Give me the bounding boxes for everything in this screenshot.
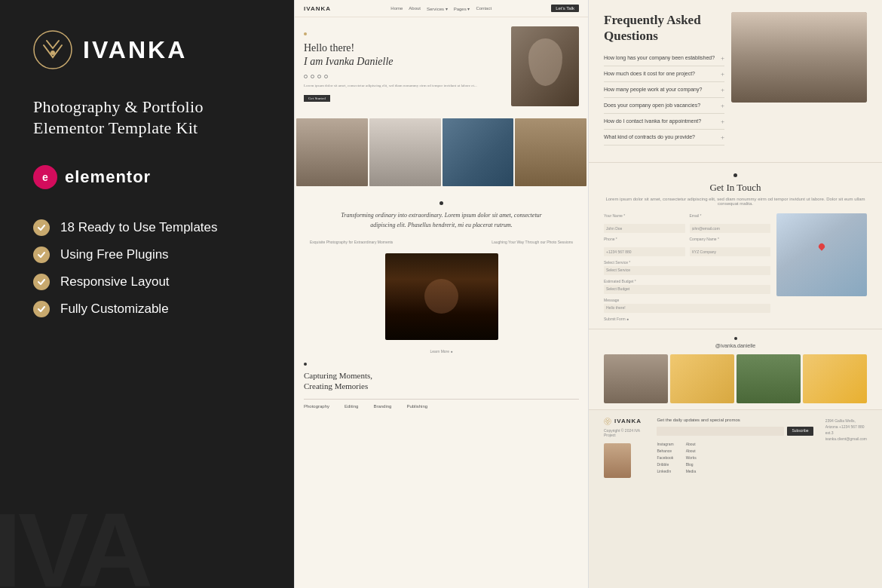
footer-logo-text: IVANKA: [614, 418, 642, 424]
quote-dot: [439, 201, 443, 205]
mockup-logo: IVANKA: [304, 5, 331, 12]
footer-section: IVANKA Copyright © 2024 IVA Project Get …: [589, 410, 882, 589]
center-mockup-column: IVANKA Home About Services ▾ Pages ▾ Con…: [294, 0, 588, 588]
nav-link-home: Home: [390, 6, 403, 11]
brand-logo-icon: [33, 30, 72, 69]
faq-plus-icon: +: [721, 133, 724, 141]
portrait-section: [295, 247, 588, 343]
form-field-budget: Estimated Budget * Select Budget: [604, 279, 770, 294]
faq-plus-icon: +: [721, 118, 724, 125]
portrait-label-right: Laughing Your Way Through our Photo Sess…: [492, 240, 573, 244]
hero-cta-btn: Get Started: [304, 95, 330, 102]
nav-link-about: About: [409, 6, 421, 11]
feature-item: Using Free Plugins: [33, 247, 261, 263]
mockup-gallery: [295, 118, 588, 186]
instagram-dot: [734, 337, 737, 340]
footer-logo-icon: [604, 418, 611, 425]
service-editing: Editing: [345, 404, 358, 409]
learn-more-text: Learn More ●: [295, 343, 588, 357]
service-photography: Photography: [304, 404, 329, 409]
gallery-img-2: [369, 118, 441, 186]
form-field-email: Email *: [690, 213, 771, 233]
features-list: 18 Ready to Use Templates Using Free Plu…: [33, 219, 261, 317]
services-row: Photography Editing Branding Publishing: [304, 399, 579, 409]
contact-subtitle: Lorem ipsum dolor sit amet, consectetur …: [604, 197, 867, 206]
message-input: Hello there!: [604, 304, 770, 313]
main-title-line1: Photography & Portfolio: [33, 96, 261, 118]
instagram-img-2: [670, 354, 734, 403]
feature-item: Fully Customizable: [33, 301, 261, 317]
hero-dot: [304, 32, 307, 35]
nav-link-pages: Pages ▾: [454, 6, 470, 11]
gallery-img-1: [296, 118, 368, 186]
svg-point-0: [34, 31, 72, 69]
hero-social: [304, 75, 505, 78]
hero-name: I am Ivanka Danielle: [304, 55, 505, 69]
left-panel: IVANKA Photography & Portfolio Elementor…: [0, 0, 294, 588]
check-icon: [33, 301, 50, 317]
contact-title: Get In Touch: [604, 182, 867, 194]
feature-item: Responsive Layout: [33, 274, 261, 290]
faq-header-row: Frequently Asked Questions How long has …: [604, 12, 867, 145]
faq-plus-icon: +: [721, 86, 724, 93]
footer-middle: Get the daily updates and special promos…: [657, 418, 813, 478]
social-icon: [324, 75, 328, 78]
faq-plus-icon: +: [721, 70, 724, 78]
email-input[interactable]: [690, 224, 771, 233]
footer-copyright: Copyright © 2024 IVA Project: [604, 428, 645, 437]
faq-decorative-image: [731, 12, 867, 103]
nav-link-services: Services ▾: [427, 6, 448, 11]
portrait-labels: Exquisite Photography for Extraordinary …: [295, 240, 588, 244]
footer-email-input[interactable]: [657, 427, 784, 436]
logo-area: IVANKA: [33, 30, 261, 69]
watermark: IVA: [0, 498, 149, 588]
social-icon: [304, 75, 308, 78]
form-row-2: Phone * Company Name *: [604, 237, 770, 256]
faq-item: Does your company open job vacancies? +: [604, 98, 724, 114]
faq-section: Frequently Asked Questions How long has …: [589, 0, 882, 163]
faq-item: How do I contact Ivanka for appointment?…: [604, 114, 724, 130]
contact-form: Your Name * Email * Phone *: [604, 213, 770, 321]
footer-social-links: Instagram Behance Facebook Dribble Linke…: [657, 442, 673, 473]
bottom-dot: [304, 363, 307, 366]
contact-dot: [733, 173, 737, 177]
name-input[interactable]: [604, 224, 685, 233]
service-branding: Branding: [373, 404, 391, 409]
far-right-mockup: Frequently Asked Questions How long has …: [589, 0, 882, 588]
budget-select: Select Budget: [604, 285, 770, 294]
contact-section: Get In Touch Lorem ipsum dolor sit amet,…: [589, 163, 882, 329]
mockup-nav-links: Home About Services ▾ Pages ▾ Contact: [390, 6, 492, 11]
social-icon: [311, 75, 314, 78]
feature-text-4: Fully Customizable: [60, 302, 169, 317]
faq-plus-icon: +: [721, 54, 724, 62]
form-row-4: Estimated Budget * Select Budget: [604, 279, 770, 294]
right-panel: IVANKA Home About Services ▾ Pages ▾ Con…: [294, 0, 882, 588]
hero-image: [511, 26, 579, 106]
service-publishing: Publishing: [406, 404, 427, 409]
footer-email-row: Subscribe: [657, 427, 813, 436]
faq-item: How many people work at your company? +: [604, 82, 724, 98]
instagram-section: @ivanka.danielle: [589, 329, 882, 410]
footer-left: IVANKA Copyright © 2024 IVA Project: [604, 418, 645, 478]
faq-plus-icon: +: [721, 102, 724, 109]
check-icon: [33, 274, 50, 290]
footer-portrait-img: [604, 443, 631, 478]
subtitle-block: Photography & Portfolio Elementor Templa…: [33, 96, 261, 138]
subscribe-btn[interactable]: Subscribe: [787, 427, 813, 436]
elementor-badge: e elementor: [33, 165, 261, 189]
feature-item: 18 Ready to Use Templates: [33, 219, 261, 236]
company-input[interactable]: [690, 247, 771, 256]
footer-links-row: Instagram Behance Facebook Dribble Linke…: [657, 442, 813, 473]
capturing-title: Capturing Moments, Creating Memories: [304, 370, 579, 392]
elementor-label: elementor: [65, 167, 151, 187]
faq-item: What kind of contracts do you provide? +: [604, 130, 724, 145]
instagram-img-4: [803, 354, 867, 403]
nav-link-contact: Contact: [476, 6, 492, 11]
far-right-column: Frequently Asked Questions How long has …: [588, 0, 882, 588]
svg-point-1: [51, 51, 55, 55]
phone-input[interactable]: [604, 247, 685, 256]
footer-content: IVANKA Copyright © 2024 IVA Project Get …: [604, 418, 867, 478]
hero-hello: Hello there!: [304, 41, 505, 55]
form-field-name: Your Name *: [604, 213, 685, 233]
hero-desc: Lorem ipsum dolor sit amet, consectetur …: [304, 83, 505, 89]
